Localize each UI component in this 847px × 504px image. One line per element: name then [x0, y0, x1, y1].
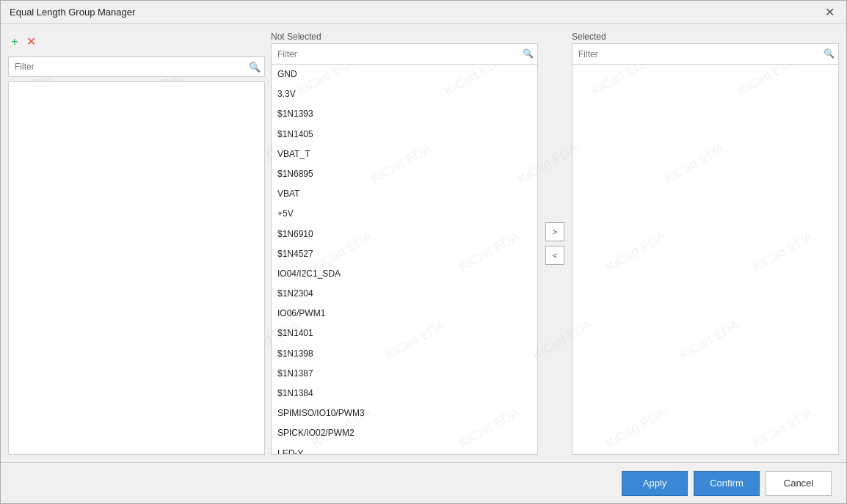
- add-group-button[interactable]: +: [8, 34, 21, 49]
- cancel-button[interactable]: Cancel: [766, 471, 832, 496]
- list-item[interactable]: VBAT: [272, 184, 537, 204]
- remove-group-button[interactable]: ✕: [23, 34, 39, 49]
- list-item[interactable]: VBAT_T: [272, 145, 537, 164]
- left-panel: + ✕ 🔍: [8, 32, 265, 455]
- toolbar: + ✕: [8, 32, 265, 52]
- transfer-buttons-area: > <: [544, 32, 566, 455]
- apply-button[interactable]: Apply: [622, 471, 688, 496]
- left-filter-box: 🔍: [8, 56, 265, 77]
- footer: Apply Confirm Cancel: [1, 462, 846, 503]
- selected-filter-input[interactable]: [572, 43, 839, 64]
- list-item[interactable]: LED-Y: [272, 444, 537, 455]
- titlebar: Equal Length Group Manager ✕: [1, 1, 846, 24]
- selected-list[interactable]: [572, 64, 839, 455]
- main-content: KiCad EDA KiCad EDA KiCad EDA KiCad EDA …: [1, 24, 846, 462]
- list-item[interactable]: +5V: [272, 204, 537, 224]
- list-item[interactable]: $1N2304: [272, 284, 537, 304]
- confirm-button[interactable]: Confirm: [694, 471, 760, 496]
- left-list-area: [8, 81, 265, 455]
- list-item[interactable]: $1N6910: [272, 224, 537, 244]
- list-item[interactable]: $1N1393: [272, 104, 537, 124]
- move-to-selected-button[interactable]: >: [545, 222, 564, 241]
- selected-label: Selected: [572, 32, 839, 42]
- not-selected-panel: Not Selected 🔍 GND3.3V$1N1393$1N1405VBAT…: [271, 32, 538, 455]
- list-item[interactable]: IO06/PWM1: [272, 304, 537, 324]
- list-item[interactable]: $1N4527: [272, 244, 537, 264]
- not-selected-label: Not Selected: [271, 32, 538, 42]
- close-button[interactable]: ✕: [822, 5, 837, 20]
- dialog-title: Equal Length Group Manager: [10, 7, 135, 18]
- list-item[interactable]: $1N1384: [272, 384, 537, 403]
- left-filter-input[interactable]: [8, 56, 265, 77]
- not-selected-filter-input[interactable]: [271, 43, 538, 64]
- list-item[interactable]: IO04/I2C1_SDA: [272, 264, 537, 284]
- dialog: Equal Length Group Manager ✕ KiCad EDA K…: [0, 0, 847, 504]
- list-item[interactable]: $1N1401: [272, 324, 537, 343]
- not-selected-filter-box: 🔍: [271, 43, 538, 64]
- list-item[interactable]: SPIMISO/IO10/PWM3: [272, 403, 537, 423]
- list-item[interactable]: SPICK/IO02/PWM2: [272, 423, 537, 443]
- list-item[interactable]: 3.3V: [272, 84, 537, 104]
- selected-filter-box: 🔍: [572, 43, 839, 64]
- list-item[interactable]: GND: [272, 65, 537, 84]
- list-item[interactable]: $1N1398: [272, 344, 537, 364]
- list-item[interactable]: $1N1387: [272, 364, 537, 384]
- selected-panel: Selected 🔍: [572, 32, 839, 455]
- list-item[interactable]: $1N6895: [272, 164, 537, 184]
- not-selected-list[interactable]: GND3.3V$1N1393$1N1405VBAT_T$1N6895VBAT+5…: [271, 64, 538, 455]
- move-to-not-selected-button[interactable]: <: [545, 246, 564, 265]
- list-item[interactable]: $1N1405: [272, 125, 537, 145]
